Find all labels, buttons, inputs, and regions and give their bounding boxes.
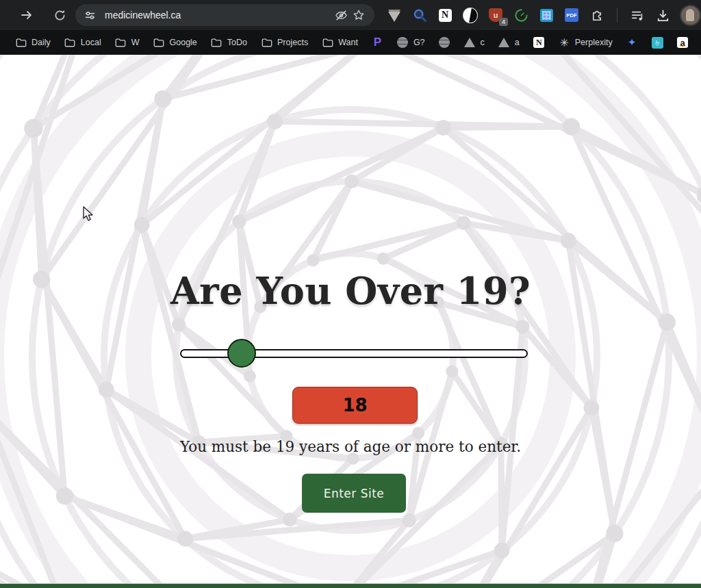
search-extension-icon[interactable]	[412, 8, 427, 23]
globe-icon	[397, 37, 409, 49]
browser-toolbar: medicinewheel.ca N u 4 PD	[0, 0, 701, 30]
bookmark-folder-todo[interactable]: ToDo	[211, 37, 247, 49]
bookmark-folder-projects[interactable]: Projects	[261, 37, 308, 49]
teal-box-icon: ly	[652, 37, 663, 49]
perplexity-icon: ✳	[559, 37, 570, 49]
age-value: 18	[342, 395, 367, 416]
profile-avatar[interactable]	[680, 5, 701, 26]
bookmark-folder-label: Projects	[277, 38, 308, 47]
amazon-icon: a	[677, 37, 689, 49]
age-requirement-message: You must be 19 years of age or more to e…	[0, 438, 701, 455]
toolbar-divider	[617, 8, 617, 22]
forward-button[interactable]	[15, 3, 38, 27]
url-text[interactable]: medicinewheel.ca	[105, 10, 332, 21]
bookmark-star-icon[interactable]	[350, 6, 368, 24]
bookmark-perplexity[interactable]: ✳Perplexity	[559, 37, 613, 49]
bookmark-folder-google[interactable]: Google	[153, 37, 197, 49]
bookmark-teal[interactable]: ly	[652, 37, 663, 49]
enter-site-button[interactable]: Enter Site	[302, 474, 406, 513]
media-queue-icon[interactable]	[630, 8, 645, 23]
timer-extension-icon[interactable]	[513, 8, 528, 23]
bookmark-label: Perplexity	[575, 38, 613, 47]
bottom-accent-bar	[0, 583, 701, 588]
bookmark-globe[interactable]	[439, 37, 450, 49]
folder-icon	[15, 37, 27, 49]
eye-off-icon[interactable]	[332, 6, 350, 24]
bookmark-tri-a[interactable]: a	[498, 37, 520, 49]
bookmark-folder-label: ToDo	[227, 38, 247, 47]
bookmark-tri-c[interactable]: c	[464, 37, 485, 49]
download-icon[interactable]	[655, 8, 670, 23]
bookmark-folder-local[interactable]: Local	[64, 37, 101, 49]
shield-extension-icon[interactable]: u 4	[488, 8, 503, 23]
page-title: Are You Over 19?	[0, 269, 701, 313]
site-settings-icon[interactable]	[81, 6, 99, 24]
notion-extension-icon[interactable]: N	[437, 8, 453, 23]
extension-badge: 4	[499, 18, 508, 26]
dark-reader-extension-icon[interactable]	[463, 8, 478, 23]
extensions-row: N u 4 PDF	[387, 8, 670, 23]
folder-icon	[153, 37, 165, 49]
bookmark-folder-w[interactable]: W	[115, 37, 140, 49]
pdf-label: PDF	[565, 8, 578, 22]
bookmark-globe-g[interactable]: G?	[397, 37, 425, 49]
bookmark-p[interactable]: P	[372, 37, 383, 49]
folder-icon	[211, 37, 222, 49]
bookmark-notion[interactable]: N	[533, 37, 545, 49]
bookmark-folder-want[interactable]: Want	[322, 37, 358, 49]
folder-icon	[64, 37, 76, 49]
gem-extension-icon[interactable]	[387, 8, 402, 23]
notion-icon: N	[533, 37, 545, 49]
bookmark-folder-label: Want	[338, 38, 358, 47]
reload-button[interactable]	[48, 3, 71, 27]
calendar-extension-icon[interactable]	[539, 8, 554, 23]
bookmark-folder-label: Google	[170, 38, 197, 47]
folder-icon	[115, 37, 127, 49]
bookmark-folder-label: W	[131, 38, 140, 47]
sparkle-icon: ✦	[626, 37, 638, 49]
bookmark-folder-daily[interactable]: Daily	[15, 37, 51, 49]
triangle-icon	[464, 37, 476, 49]
bookmark-sparkle[interactable]: ✦	[626, 37, 638, 49]
pdf-extension-icon[interactable]: PDF	[564, 8, 579, 23]
age-value-box: 18	[292, 387, 418, 424]
triangle-icon	[498, 37, 510, 49]
purple-p-icon: P	[372, 37, 383, 49]
bookmark-label: a	[515, 38, 520, 47]
age-slider-track[interactable]	[180, 349, 528, 358]
mouse-cursor	[81, 205, 96, 222]
bookmark-label: G?	[413, 38, 425, 47]
globe-icon	[439, 37, 450, 49]
bookmarks-bar: DailyLocalWGoogleToDoProjectsWantPG?caN✳…	[0, 30, 701, 55]
age-slider-knob[interactable]	[227, 339, 256, 368]
address-bar[interactable]: medicinewheel.ca	[75, 4, 374, 26]
bookmark-label: c	[481, 38, 485, 47]
bookmark-folder-label: Daily	[31, 38, 51, 47]
bookmark-amazon[interactable]: a	[677, 37, 689, 49]
browser-window: medicinewheel.ca N u 4 PD	[0, 0, 701, 588]
folder-icon	[261, 37, 272, 49]
bookmark-folder-label: Local	[81, 38, 101, 47]
folder-icon	[322, 37, 333, 49]
age-gate-page: Are You Over 19? 18 You must be 19 years…	[0, 55, 701, 588]
extensions-puzzle-icon[interactable]	[589, 8, 604, 23]
